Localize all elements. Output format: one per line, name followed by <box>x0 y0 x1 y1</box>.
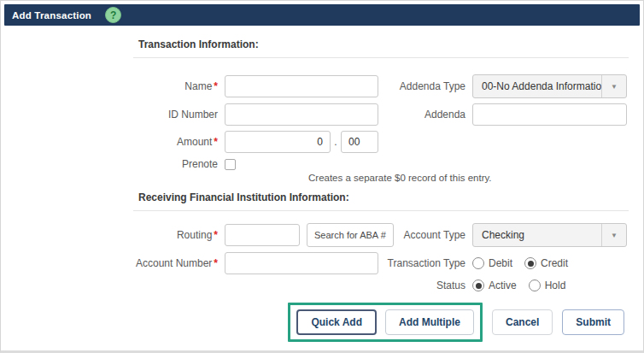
account-number-label: Account Number* <box>4 257 225 269</box>
prenote-label: Prenote <box>4 158 225 170</box>
chevron-down-icon: ▼ <box>611 232 618 239</box>
required-marker: * <box>214 257 218 269</box>
section-divider <box>133 210 629 211</box>
quick-add-button[interactable]: Quick Add <box>296 309 377 335</box>
window-titlebar: Add Transaction ? <box>4 4 640 26</box>
id-number-input[interactable] <box>225 103 378 126</box>
dropdown-arrow-box[interactable]: ▼ <box>601 224 626 246</box>
routing-label: Routing* <box>4 229 225 241</box>
radio-icon <box>524 257 536 269</box>
rfi-heading: Receiving Financial Institution Informat… <box>138 191 629 203</box>
addenda-type-dropdown[interactable]: 00-No Addenda Information ▼ <box>472 74 627 98</box>
radio-icon <box>472 257 484 269</box>
name-label: Name* <box>4 80 225 92</box>
prenote-checkbox[interactable] <box>225 159 236 170</box>
account-number-input[interactable] <box>225 252 378 274</box>
amount-dollars-input[interactable] <box>225 131 331 153</box>
status-radio-group: Active Hold <box>472 279 565 291</box>
routing-input[interactable] <box>225 224 300 246</box>
transaction-type-label: Transaction Type <box>378 257 472 269</box>
account-type-value: Checking <box>473 229 601 241</box>
name-input[interactable] <box>225 75 378 97</box>
highlight-annotation-box: Quick Add Add Multiple <box>288 303 483 342</box>
addenda-type-value: 00-No Addenda Information <box>473 80 601 92</box>
addenda-label: Addenda <box>378 109 472 121</box>
credit-radio[interactable]: Credit <box>524 257 568 269</box>
row-routing-account-type: Routing* Search for ABA # Account Type C… <box>4 223 640 247</box>
add-transaction-window: Add Transaction ? Transaction Informatio… <box>0 0 644 353</box>
account-type-label: Account Type <box>378 229 472 241</box>
debit-radio[interactable]: Debit <box>472 257 512 269</box>
row-account-transaction-type: Account Number* Transaction Type Debit C… <box>4 252 640 274</box>
cancel-button[interactable]: Cancel <box>492 309 553 335</box>
transaction-info-heading: Transaction Information: <box>138 38 629 50</box>
prenote-note: Creates a separate $0 record of this ent… <box>308 173 640 183</box>
transaction-type-radio-group: Debit Credit <box>472 257 568 269</box>
amount-cents-input[interactable] <box>341 131 378 153</box>
amount-label: Amount* <box>4 136 225 148</box>
radio-icon <box>529 279 541 291</box>
status-label: Status <box>378 279 472 291</box>
help-icon[interactable]: ? <box>105 7 121 23</box>
hold-radio[interactable]: Hold <box>529 279 566 291</box>
decimal-separator: . <box>331 136 341 148</box>
row-name-addenda-type: Name* Addenda Type 00-No Addenda Informa… <box>4 74 640 98</box>
chevron-down-icon: ▼ <box>611 83 618 91</box>
section-divider <box>133 57 629 58</box>
addenda-input[interactable] <box>472 103 627 126</box>
required-marker: * <box>214 80 218 92</box>
required-marker: * <box>214 229 218 241</box>
addenda-type-label: Addenda Type <box>378 80 472 92</box>
account-type-dropdown[interactable]: Checking ▼ <box>472 223 627 247</box>
required-marker: * <box>214 136 218 148</box>
row-id-addenda: ID Number Addenda <box>4 103 640 126</box>
row-amount: Amount* . <box>4 131 640 153</box>
dropdown-arrow-box[interactable]: ▼ <box>601 75 626 97</box>
add-multiple-button[interactable]: Add Multiple <box>385 309 474 335</box>
page-title: Add Transaction <box>12 10 91 21</box>
active-radio[interactable]: Active <box>472 279 517 291</box>
footer-button-bar: Quick Add Add Multiple Cancel Submit <box>288 303 624 342</box>
row-prenote: Prenote <box>4 158 640 170</box>
submit-button[interactable]: Submit <box>562 309 624 335</box>
row-status: Status Active Hold <box>4 279 640 291</box>
id-number-label: ID Number <box>4 109 225 121</box>
radio-icon <box>472 279 484 291</box>
